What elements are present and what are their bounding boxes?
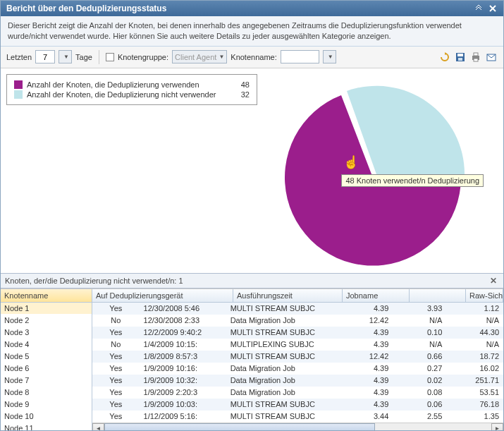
node-list: Node 1Node 2Node 3Node 4Node 5Node 6Node… bbox=[1, 303, 92, 430]
svg-rect-4 bbox=[458, 58, 462, 61]
node-row[interactable]: Node 3 bbox=[1, 327, 92, 339]
legend-swatch bbox=[14, 80, 23, 89]
nodename-dropdown[interactable]: ▼ bbox=[323, 50, 336, 63]
filter-toolbar: Letzten ▼ Tage Knotengruppe: Client Agen… bbox=[1, 47, 503, 68]
chart-tooltip: 48 Knoten verwendet/n Deduplizierung bbox=[341, 174, 484, 187]
collapse-icon[interactable] bbox=[474, 4, 484, 13]
table-row[interactable]: Yes1/9/2009 10:16:Data Migration Job4.39… bbox=[92, 363, 503, 375]
nodegroup-dropdown[interactable]: Client Agent▼ bbox=[172, 50, 227, 63]
table-row[interactable]: No12/30/2008 2:33Data Migration Job12.42… bbox=[92, 315, 503, 327]
grid-close-icon[interactable]: ✕ bbox=[488, 276, 499, 286]
report-window: Bericht über den Deduplizierungsstatus D… bbox=[0, 0, 504, 431]
table-row[interactable]: Yes1/9/2009 2:20:3Data Migration Job4.39… bbox=[92, 387, 503, 399]
nodegroup-checkbox[interactable] bbox=[106, 53, 114, 61]
window-title: Bericht über den Deduplizierungsstatus bbox=[6, 4, 166, 13]
chart-legend: Anzahl der Knoten, die Deduplizierung ve… bbox=[6, 74, 257, 105]
scroll-right-icon[interactable]: ► bbox=[491, 423, 503, 430]
node-row[interactable]: Node 10 bbox=[1, 411, 92, 423]
svg-rect-3 bbox=[457, 54, 463, 56]
data-rows: Yes12/30/2008 5:46MULTI STREAM SUBJC4.39… bbox=[92, 303, 503, 423]
node-row[interactable]: Node 2 bbox=[1, 315, 92, 327]
scroll-left-icon[interactable]: ◄ bbox=[92, 423, 104, 430]
node-row[interactable]: Node 5 bbox=[1, 351, 92, 363]
node-row[interactable]: Node 1 bbox=[1, 303, 92, 315]
titlebar: Bericht über den Deduplizierungsstatus bbox=[1, 1, 503, 16]
nodename-input[interactable] bbox=[281, 50, 319, 63]
close-icon[interactable] bbox=[488, 4, 498, 13]
toolbar-actions bbox=[438, 51, 498, 63]
table-row[interactable]: Yes12/30/2008 5:46MULTI STREAM SUBJC4.39… bbox=[92, 303, 503, 315]
chevron-down-icon: ▼ bbox=[328, 54, 333, 60]
node-row[interactable]: Node 11 bbox=[1, 423, 92, 430]
chart-area: Anzahl der Knoten, die Deduplizierung ve… bbox=[1, 68, 503, 273]
grid-caption-bar: Knoten, der/die Deduplizierung nicht ver… bbox=[1, 273, 503, 289]
table-row[interactable]: Yes1/8/2009 8:57:3MULTI STREAM SUBJC12.4… bbox=[92, 351, 503, 363]
save-icon[interactable] bbox=[454, 51, 467, 63]
data-grid: Knotenname Node 1Node 2Node 3Node 4Node … bbox=[1, 289, 503, 430]
print-icon[interactable] bbox=[469, 51, 482, 63]
node-row[interactable]: Node 7 bbox=[1, 375, 92, 387]
nodename-label: Knotenname: bbox=[231, 53, 276, 61]
col-5[interactable] bbox=[410, 289, 466, 302]
grid-caption-text: Knoten, der/die Deduplizierung nicht ver… bbox=[5, 277, 183, 285]
email-icon[interactable] bbox=[485, 51, 498, 63]
node-column-header[interactable]: Knotenname bbox=[1, 289, 92, 303]
svg-rect-7 bbox=[474, 59, 478, 61]
legend-swatch bbox=[14, 90, 23, 99]
table-row[interactable]: Yes1/9/2009 10:32:Data Migration Job4.39… bbox=[92, 375, 503, 387]
days-unit-dropdown[interactable]: ▼ bbox=[59, 50, 72, 63]
node-row[interactable]: Node 6 bbox=[1, 363, 92, 375]
legend-item[interactable]: Anzahl der Knoten, die Deduplizierung ve… bbox=[14, 80, 250, 89]
data-columns: Auf Deduplizierungsgerät Ausführungszeit… bbox=[92, 289, 503, 430]
legend-item[interactable]: Anzahl der Knoten, die Deduplizierung ni… bbox=[14, 90, 250, 99]
node-row[interactable]: Node 4 bbox=[1, 339, 92, 351]
chevron-down-icon: ▼ bbox=[63, 54, 69, 60]
separator bbox=[99, 50, 99, 64]
titlebar-controls bbox=[474, 4, 498, 13]
col-dedup[interactable]: Auf Deduplizierungsgerät bbox=[92, 289, 233, 302]
svg-rect-6 bbox=[474, 53, 478, 56]
table-row[interactable]: No1/4/2009 10:15:MULTIPLEXING SUBJC4.39N… bbox=[92, 339, 503, 351]
col-raw[interactable]: Raw-Sicherungsgröße bbox=[466, 289, 503, 302]
col-job[interactable]: Jobname bbox=[343, 289, 410, 302]
days-unit-label: Tage bbox=[75, 53, 92, 61]
node-row[interactable]: Node 9 bbox=[1, 399, 92, 411]
node-row[interactable]: Node 8 bbox=[1, 387, 92, 399]
table-row[interactable]: Yes1/12/2009 5:16:MULTI STREAM SUBJC3.44… bbox=[92, 411, 503, 423]
days-input[interactable] bbox=[35, 50, 55, 63]
report-description: Dieser Bericht zeigt die Anzahl der Knot… bbox=[1, 16, 503, 47]
data-columns-header: Auf Deduplizierungsgerät Ausführungszeit… bbox=[92, 289, 503, 303]
table-row[interactable]: Yes12/2/2009 9:40:2MULTI STREAM SUBJC4.3… bbox=[92, 327, 503, 339]
last-label: Letzten bbox=[6, 53, 32, 61]
horizontal-scrollbar[interactable]: ◄ ► bbox=[92, 423, 503, 430]
chevron-down-icon: ▼ bbox=[219, 54, 224, 60]
col-time[interactable]: Ausführungszeit bbox=[233, 289, 343, 302]
nodegroup-label: Knotengruppe: bbox=[118, 53, 168, 61]
table-row[interactable]: Yes1/9/2009 10:03:MULTI STREAM SUBJC4.39… bbox=[92, 399, 503, 411]
node-column: Knotenname Node 1Node 2Node 3Node 4Node … bbox=[1, 289, 92, 430]
refresh-icon[interactable] bbox=[438, 51, 451, 63]
scroll-thumb[interactable] bbox=[104, 423, 375, 430]
scroll-track[interactable] bbox=[104, 423, 491, 430]
